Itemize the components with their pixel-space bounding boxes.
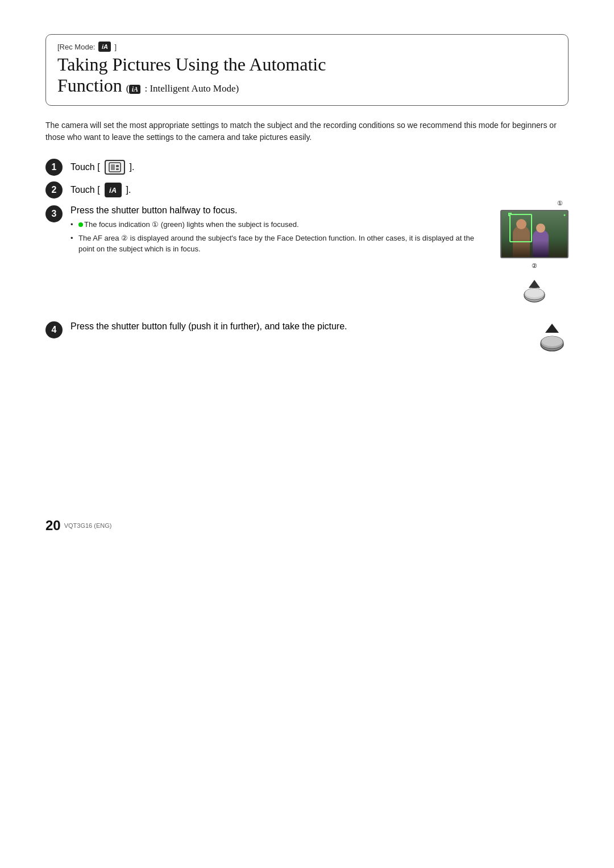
focus-light: ●	[563, 213, 566, 217]
step-4-image	[536, 321, 569, 353]
svg-marker-4	[529, 280, 540, 288]
step-3-layout: Press the shutter button halfway to focu…	[70, 205, 569, 305]
rec-mode-box: [Rec Mode: iA ] Taking Pictures Using th…	[45, 34, 569, 106]
step-4-row: 4 Press the shutter button fully (push i…	[45, 320, 569, 353]
step-3-content: Press the shutter button halfway to focu…	[70, 204, 569, 305]
svg-rect-2	[116, 165, 119, 167]
page-code: VQT3G16 (ENG)	[64, 522, 112, 529]
rec-mode-label: [Rec Mode: iA ]	[57, 42, 557, 52]
step-2-inline: Touch [ iA ].	[70, 183, 569, 197]
step-3-bullets: The focus indication ① (green) lights wh…	[70, 219, 487, 255]
step-3-number: 3	[45, 205, 63, 222]
person-2-head	[536, 224, 545, 233]
af-frame	[509, 214, 532, 242]
step-4-content: Press the shutter button fully (push it …	[70, 320, 569, 353]
step-1-text-before: Touch [	[70, 162, 100, 172]
annotation-2-number: ②	[532, 262, 537, 270]
step-3-title: Press the shutter button halfway to focu…	[70, 205, 487, 216]
ia-badge-title: iA	[129, 85, 140, 94]
step-4-number: 4	[45, 321, 63, 338]
intro-paragraph: The camera will set the most appropriate…	[45, 119, 569, 144]
camera-screen-container: ①	[500, 210, 569, 258]
step-1-icon	[105, 160, 125, 175]
bullet-2: The AF area ② is displayed around the su…	[70, 233, 487, 255]
svg-point-7	[525, 288, 544, 297]
steps-area: 1 Touch [ ]. 2 To	[45, 159, 569, 358]
step-1-inline: Touch [ ].	[70, 160, 569, 175]
annotation-1-number: ①	[557, 200, 563, 207]
shutter-full-press-svg	[536, 321, 569, 353]
step-3-right: ①	[500, 210, 569, 305]
title-sub: : Intelligent Auto Mode)	[144, 83, 239, 94]
page-number: 20	[45, 518, 61, 534]
step-2-text-before: Touch [	[70, 185, 100, 195]
page-title-line1: Taking Pictures Using the Automatic	[57, 54, 557, 75]
shutter-half-svg	[519, 275, 550, 304]
function-word: Function	[57, 75, 122, 96]
svg-marker-8	[545, 324, 559, 333]
svg-point-11	[542, 336, 562, 346]
step-4-layout: Press the shutter button fully (push it …	[70, 321, 569, 353]
svg-rect-3	[116, 168, 119, 170]
green-dot-icon	[78, 222, 83, 227]
svg-rect-1	[111, 164, 115, 170]
step-4-text: Press the shutter button fully (push it …	[70, 321, 522, 335]
page-title-line2: Function (iA : Intelligent Auto Mode)	[57, 75, 557, 96]
step-2-text-after: ].	[126, 185, 131, 195]
shutter-half-press-icon	[519, 275, 550, 305]
page-footer: 20 VQT3G16 (ENG)	[45, 518, 569, 534]
bullet-1: The focus indication ① (green) lights wh…	[70, 219, 487, 230]
person-2	[533, 230, 549, 257]
silhouette-area: ●	[501, 211, 567, 257]
step-1-number: 1	[45, 159, 63, 176]
rec-mode-close: ]	[114, 43, 117, 51]
step-2-content: Touch [ iA ].	[70, 181, 569, 197]
step-2-icon: iA	[105, 183, 122, 197]
step-1-text-after: ].	[130, 162, 135, 172]
corner-tl-v	[508, 213, 509, 216]
step-2-row: 2 Touch [ iA ].	[45, 181, 569, 199]
step-3-text: Press the shutter button halfway to focu…	[70, 205, 487, 257]
step-1-content: Touch [ ].	[70, 159, 569, 175]
mode-icon-1	[109, 162, 121, 172]
step-3-row: 3 Press the shutter button halfway to fo…	[45, 204, 569, 305]
rec-mode-text: [Rec Mode:	[57, 43, 95, 51]
camera-screen: ●	[500, 210, 569, 258]
step-2-number: 2	[45, 181, 63, 199]
ia-badge-small: iA	[98, 42, 111, 52]
step-1-row: 1 Touch [ ].	[45, 159, 569, 176]
step-4-title: Press the shutter button fully (push it …	[70, 321, 522, 332]
